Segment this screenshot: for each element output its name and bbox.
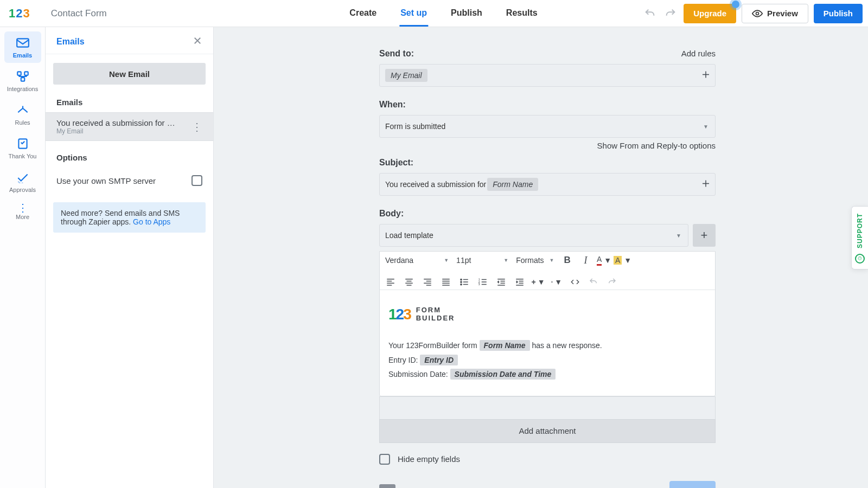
attachments-drop-area[interactable] — [379, 396, 716, 419]
when-value: Form is submitted — [385, 122, 445, 131]
upgrade-button[interactable]: Upgrade — [684, 4, 736, 23]
undo-icon[interactable] — [642, 6, 658, 21]
token-form-name: Form Name — [480, 340, 530, 351]
left-rail: Emails Integrations Rules Thank You Appr… — [0, 27, 46, 488]
svg-rect-12 — [551, 281, 552, 282]
svg-point-8 — [461, 284, 462, 285]
italic-icon[interactable]: I — [580, 255, 591, 266]
subject-token: Form Name — [487, 178, 538, 191]
rail-integrations[interactable]: Integrations — [4, 65, 41, 97]
save-button[interactable]: Save — [669, 481, 716, 488]
hide-empty-label: Hide empty fields — [398, 454, 460, 464]
svg-rect-1 — [17, 38, 29, 47]
svg-rect-4 — [21, 78, 24, 81]
toolbar-size[interactable]: 11pt▼ — [456, 256, 508, 265]
toolbar-font[interactable]: Verdana▼ — [385, 256, 449, 265]
tab-setup[interactable]: Set up — [399, 1, 428, 27]
email-list-item[interactable]: You received a submission for F… My Emai… — [46, 112, 213, 141]
tab-publish[interactable]: Publish — [450, 1, 483, 27]
top-tabs: Create Set up Publish Results — [348, 1, 538, 27]
code-icon[interactable] — [570, 277, 580, 287]
new-email-button[interactable]: New Email — [53, 63, 206, 85]
add-rules-link[interactable]: Add rules — [681, 49, 716, 58]
close-icon[interactable] — [193, 36, 202, 47]
when-select[interactable]: Form is submitted ▼ — [379, 115, 716, 138]
svg-rect-2 — [17, 72, 21, 75]
svg-point-7 — [461, 281, 462, 282]
email-item-title: You received a submission for F… — [56, 118, 176, 127]
rich-text-editor: Verdana▼ 11pt▼ Formats▼ B I A▼ A▼ 123 — [379, 251, 716, 396]
align-right-icon[interactable] — [422, 277, 433, 287]
approvals-icon — [16, 171, 30, 183]
plus-icon[interactable] — [701, 179, 711, 190]
insert-variable-button[interactable]: + — [693, 224, 716, 247]
sendto-field[interactable]: My Email — [379, 64, 716, 87]
rules-icon — [16, 104, 30, 116]
add-attachment-button[interactable]: Add attachment — [379, 419, 716, 443]
table-icon[interactable]: ▼ — [551, 277, 562, 287]
feedback-icon[interactable] — [379, 484, 395, 488]
chevron-down-icon: ▼ — [703, 124, 709, 130]
align-left-icon[interactable] — [385, 277, 396, 287]
editor-toolbar: Verdana▼ 11pt▼ Formats▼ B I A▼ A▼ 123 — [380, 252, 715, 290]
form-title: Contact Form — [51, 8, 107, 19]
editor-undo-icon[interactable] — [588, 277, 599, 287]
insert-icon[interactable]: +▼ — [533, 277, 544, 287]
subject-label: Subject: — [379, 158, 413, 168]
show-from-replyto-link[interactable]: Show From and Reply-to options — [379, 141, 716, 150]
bg-color-icon[interactable]: A▼ — [617, 255, 628, 266]
editor-redo-icon[interactable] — [607, 277, 617, 287]
redo-icon[interactable] — [663, 6, 678, 21]
align-justify-icon[interactable] — [441, 277, 451, 287]
more-icon: ⋮ — [4, 205, 41, 210]
rail-more[interactable]: ⋮ More — [4, 200, 41, 224]
smtp-checkbox[interactable] — [192, 175, 202, 186]
email-item-sub: My Email — [56, 127, 176, 135]
mail-icon — [16, 37, 30, 49]
page-icon — [16, 138, 30, 150]
smtp-option-label: Use your own SMTP server — [56, 176, 156, 185]
load-template-value: Load template — [385, 231, 433, 240]
editor-body[interactable]: 123 FORMBUILDER Your 123FormBuilder form… — [380, 290, 715, 396]
tab-results[interactable]: Results — [505, 1, 539, 27]
sendto-label: Send to: — [379, 49, 414, 59]
rail-approvals[interactable]: Approvals — [4, 166, 41, 197]
kebab-icon[interactable]: ⋮ — [188, 123, 206, 131]
svg-rect-3 — [24, 72, 28, 75]
preview-button[interactable]: Preview — [742, 4, 808, 23]
sidepanel-title: Emails — [56, 37, 85, 47]
subject-field[interactable]: You received a submission for Form Name — [379, 173, 716, 196]
rail-emails[interactable]: Emails — [4, 31, 41, 63]
when-label: When: — [379, 100, 406, 110]
sendto-tag: My Email — [385, 69, 427, 82]
publish-button[interactable]: Publish — [814, 4, 863, 23]
go-to-apps-link[interactable]: Go to Apps — [133, 217, 170, 226]
outdent-icon[interactable] — [496, 277, 507, 287]
indent-icon[interactable] — [514, 277, 525, 287]
load-template-select[interactable]: Load template ▼ — [379, 224, 688, 247]
svg-point-0 — [756, 12, 759, 15]
tab-create[interactable]: Create — [348, 1, 378, 27]
bullet-list-icon[interactable] — [459, 277, 470, 287]
eye-icon — [752, 8, 763, 19]
brand-logo: 123 FORMBUILDER — [388, 300, 706, 329]
bold-icon[interactable]: B — [562, 255, 573, 266]
hide-empty-checkbox[interactable] — [379, 454, 390, 465]
plus-icon[interactable] — [701, 70, 711, 81]
token-submission-date: Submission Date and Time — [450, 369, 556, 380]
text-color-icon[interactable]: A▼ — [599, 255, 610, 266]
emails-sidepanel: Emails New Email Emails You received a s… — [46, 27, 214, 488]
app-logo[interactable]: 123 — [9, 7, 29, 21]
rail-thankyou[interactable]: Thank You — [4, 132, 41, 164]
number-list-icon[interactable]: 123 — [477, 277, 488, 287]
align-center-icon[interactable] — [404, 277, 414, 287]
toolbar-formats[interactable]: Formats▼ — [516, 256, 554, 265]
token-entry-id: Entry ID — [420, 355, 458, 365]
support-tab[interactable]: SUPPORT ☺ — [851, 206, 868, 269]
rail-rules[interactable]: Rules — [4, 99, 41, 130]
support-icon: ☺ — [855, 254, 865, 264]
integration-icon — [16, 70, 30, 82]
need-more-callout: Need more? Send emails and SMS through Z… — [53, 202, 206, 233]
upgrade-notification-dot — [732, 1, 739, 8]
subject-prefix: You received a submission for — [385, 180, 486, 189]
